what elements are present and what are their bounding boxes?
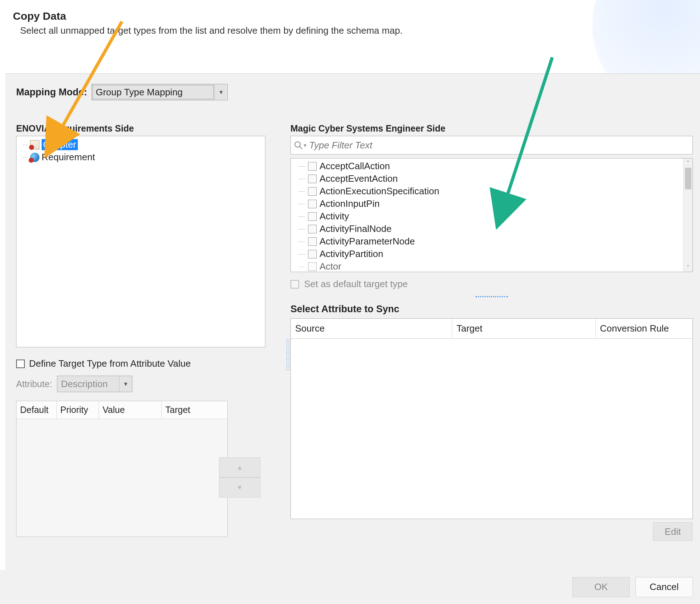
- type-label: ActionInputPin: [320, 198, 380, 209]
- dialog-title: Copy Data: [13, 10, 687, 22]
- scroll-thumb[interactable]: [685, 168, 691, 189]
- type-item[interactable]: ActivityFinalNode: [293, 223, 690, 235]
- type-item[interactable]: Actor: [293, 260, 690, 272]
- mapping-mode-value: Group Type Mapping: [93, 85, 214, 99]
- type-icon: [308, 200, 317, 208]
- scrollbar-vertical[interactable]: ˄ ˅: [683, 158, 692, 272]
- col-default[interactable]: Default: [16, 401, 57, 419]
- type-icon: [308, 262, 317, 271]
- tree-item-requirement[interactable]: Requirement: [19, 151, 263, 163]
- col-value[interactable]: Value: [99, 401, 162, 419]
- type-label: AcceptCallAction: [320, 161, 390, 172]
- col-priority[interactable]: Priority: [57, 401, 99, 419]
- tree-item-chapter[interactable]: Chapter: [19, 138, 263, 151]
- ok-button[interactable]: OK: [572, 577, 630, 597]
- type-label: ActivityParameterNode: [320, 236, 415, 247]
- select-attribute-title: Select Attribute to Sync: [290, 304, 693, 315]
- svg-line-1: [299, 146, 302, 149]
- move-up-button: ▲: [219, 457, 260, 477]
- mapping-mode-label: Mapping Mode:: [16, 87, 87, 98]
- left-panel-title: ENOVIA Requirements Side: [16, 123, 273, 134]
- type-label: Activity: [320, 211, 349, 222]
- dialog-subtitle: Select all unmapped target types from th…: [13, 25, 687, 36]
- attribute-value: Description: [57, 376, 119, 392]
- svg-point-0: [295, 142, 300, 147]
- type-item[interactable]: ActionExecutionSpecification: [293, 185, 690, 198]
- type-item[interactable]: ActionInputPin: [293, 198, 690, 210]
- type-icon: [308, 225, 317, 233]
- checkbox-icon[interactable]: [16, 360, 25, 368]
- splitter-handle[interactable]: [476, 296, 508, 297]
- right-panel-title: Magic Cyber Systems Engineer Side: [290, 123, 693, 134]
- chapter-icon: [30, 140, 39, 149]
- type-item[interactable]: ActivityParameterNode: [293, 235, 690, 248]
- define-target-checkbox-row[interactable]: Define Target Type from Attribute Value: [16, 358, 273, 369]
- edit-button: Edit: [653, 522, 692, 541]
- attribute-value-table[interactable]: Default Priority Value Target: [16, 401, 228, 537]
- dialog-body: Mapping Mode: Group Type Mapping ▾ ENOVI…: [5, 73, 700, 570]
- filter-dropdown-icon[interactable]: ▾: [304, 142, 306, 148]
- checkbox-icon: [290, 280, 299, 289]
- type-icon: [308, 237, 317, 246]
- type-label: ActivityPartition: [320, 248, 383, 260]
- mapping-mode-combo[interactable]: Group Type Mapping ▾: [91, 84, 228, 100]
- type-label: ActivityFinalNode: [320, 223, 392, 234]
- set-default-label: Set as default target type: [304, 279, 408, 290]
- type-icon: [308, 162, 317, 171]
- type-label: AcceptEventAction: [320, 173, 398, 184]
- type-icon: [308, 187, 317, 196]
- type-item[interactable]: AcceptEventAction: [293, 172, 690, 185]
- type-item[interactable]: Activity: [293, 210, 690, 223]
- define-target-label: Define Target Type from Attribute Value: [29, 358, 191, 369]
- col-source[interactable]: Source: [291, 319, 452, 338]
- cancel-button[interactable]: Cancel: [635, 577, 693, 597]
- chevron-down-icon[interactable]: ▾: [214, 84, 227, 100]
- attribute-sync-table[interactable]: Source Target Conversion Rule Edit: [290, 318, 693, 519]
- scroll-down-icon[interactable]: ˅: [687, 263, 689, 272]
- target-type-tree[interactable]: AcceptCallAction AcceptEventAction Actio…: [290, 158, 693, 272]
- type-item[interactable]: ActivityPartition: [293, 248, 690, 260]
- scroll-up-icon[interactable]: ˄: [687, 158, 689, 167]
- type-icon: [308, 175, 317, 183]
- type-icon: [308, 212, 317, 221]
- source-tree[interactable]: Chapter Requirement: [16, 136, 265, 347]
- attribute-combo: Description ▾: [57, 376, 132, 392]
- col-target[interactable]: Target: [452, 319, 596, 338]
- dialog-header: Copy Data Select all unmapped target typ…: [0, 0, 700, 72]
- col-conversion-rule[interactable]: Conversion Rule: [596, 319, 692, 338]
- type-label: Actor: [320, 261, 341, 272]
- type-label: ActionExecutionSpecification: [320, 186, 439, 197]
- dialog-footer: OK Cancel: [0, 570, 700, 604]
- tree-item-label: Chapter: [42, 139, 78, 150]
- col-target[interactable]: Target: [162, 401, 227, 419]
- tree-item-label: Requirement: [42, 152, 95, 163]
- type-item[interactable]: AcceptCallAction: [293, 160, 690, 172]
- search-icon: [294, 141, 303, 150]
- move-down-button: ▼: [219, 477, 260, 498]
- splitter-handle-vertical[interactable]: [286, 339, 289, 371]
- right-panel: Magic Cyber Systems Engineer Side ▾ Acce…: [290, 123, 693, 563]
- type-icon: [308, 250, 317, 258]
- chevron-down-icon: ▾: [119, 376, 132, 392]
- set-default-row: Set as default target type: [290, 279, 693, 290]
- type-filter-input[interactable]: [308, 139, 690, 151]
- requirement-icon: [30, 153, 39, 162]
- type-filter-box[interactable]: ▾: [290, 136, 693, 154]
- attribute-label: Attribute:: [16, 379, 52, 389]
